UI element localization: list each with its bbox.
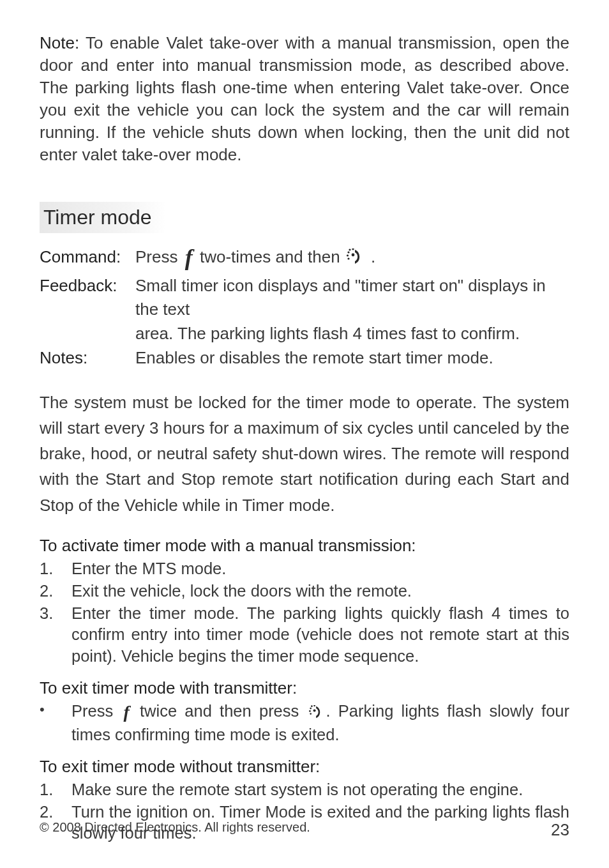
notes-label: Notes: — [40, 346, 135, 370]
command-table: Command: Press f two-times and then — [40, 241, 569, 370]
function-key-icon: f — [183, 245, 195, 270]
list-item: 1.Enter the MTS mode. — [40, 558, 569, 579]
svg-point-1 — [349, 248, 350, 250]
svg-point-10 — [310, 713, 312, 715]
list-item: 3.Enter the timer mode. The parking ligh… — [40, 603, 569, 666]
body-paragraph: The system must be locked for the timer … — [40, 390, 569, 518]
remote-start-key-icon — [307, 703, 326, 724]
feedback-row: Feedback: Small timer icon displays and … — [40, 274, 569, 322]
note-body: To enable Valet take-over with a manual … — [40, 33, 569, 164]
svg-point-9 — [309, 710, 311, 712]
svg-point-8 — [313, 705, 315, 706]
list-item: 1.Make sure the remote start system is n… — [40, 779, 569, 800]
exit-with-heading: To exit timer mode with transmitter: — [40, 678, 569, 698]
feedback-value-2: area. The parking lights flash 4 times f… — [135, 322, 569, 346]
command-label: Command: — [40, 245, 135, 270]
command-row: Command: Press f two-times and then — [40, 241, 569, 274]
notes-value: Enables or disables the remote start tim… — [135, 346, 569, 370]
function-key-icon: f — [121, 702, 132, 722]
svg-point-7 — [311, 705, 313, 707]
feedback-value: Small timer icon displays and "timer sta… — [135, 274, 569, 322]
svg-point-2 — [352, 248, 354, 250]
svg-point-3 — [347, 254, 349, 256]
note-lead: Note: — [40, 33, 79, 52]
section-title: Timer mode — [40, 202, 166, 233]
feedback-row-2: area. The parking lights flash 4 times f… — [40, 322, 569, 346]
command-value: Press f two-times and then . — [135, 241, 569, 274]
exit-with-list: • Press f twice and then press . Parking — [40, 701, 569, 745]
note-block: Note: To enable Valet take-over with a m… — [40, 32, 569, 167]
copyright-text: © 2008 Directed Electronics. All rights … — [40, 820, 310, 840]
svg-point-4 — [347, 257, 349, 259]
page-container: Note: To enable Valet take-over with a m… — [0, 0, 609, 868]
svg-point-6 — [310, 707, 312, 709]
remote-start-key-icon — [345, 248, 366, 272]
page-number: 23 — [551, 820, 569, 840]
svg-point-0 — [347, 251, 349, 253]
page-footer: © 2008 Directed Electronics. All rights … — [40, 820, 569, 840]
svg-point-5 — [351, 253, 354, 256]
list-item: 2.Exit the vehicle, lock the doors with … — [40, 581, 569, 602]
activate-list: 1.Enter the MTS mode. 2.Exit the vehicle… — [40, 558, 569, 667]
list-item: • Press f twice and then press . Parking — [40, 701, 569, 745]
svg-point-11 — [313, 709, 315, 712]
exit-without-heading: To exit timer mode without transmitter: — [40, 757, 569, 777]
feedback-label: Feedback: — [40, 274, 135, 298]
notes-row: Notes: Enables or disables the remote st… — [40, 346, 569, 370]
activate-heading: To activate timer mode with a manual tra… — [40, 536, 569, 556]
